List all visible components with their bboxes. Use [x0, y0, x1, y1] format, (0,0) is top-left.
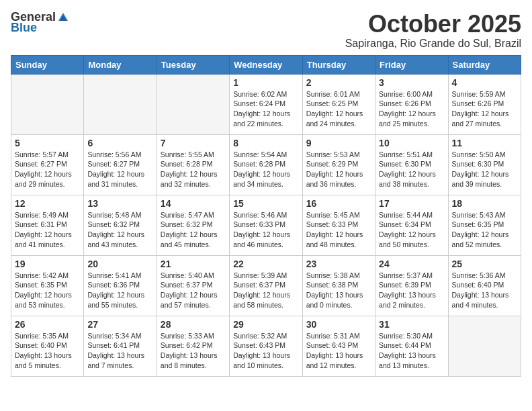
day-number: 10 [379, 138, 444, 148]
weekday-header-saturday: Saturday [448, 55, 521, 74]
day-number: 30 [306, 319, 371, 330]
weekday-header-sunday: Sunday [11, 55, 84, 74]
calendar-cell: 3Sunrise: 6:00 AMSunset: 6:26 PMDaylight… [375, 74, 448, 134]
logo-icon [57, 11, 69, 24]
day-info: Sunrise: 5:51 AMSunset: 6:30 PMDaylight:… [379, 150, 444, 189]
calendar-cell: 27Sunrise: 5:34 AMSunset: 6:41 PMDayligh… [84, 316, 157, 376]
day-info: Sunrise: 5:34 AMSunset: 6:41 PMDaylight:… [87, 331, 152, 371]
calendar-cell: 14Sunrise: 5:47 AMSunset: 6:32 PMDayligh… [157, 195, 229, 255]
day-info: Sunrise: 5:35 AMSunset: 6:40 PMDaylight:… [15, 331, 80, 371]
day-number: 31 [379, 319, 444, 330]
day-number: 15 [233, 198, 298, 209]
calendar-cell: 20Sunrise: 5:41 AMSunset: 6:36 PMDayligh… [84, 255, 157, 316]
calendar-cell: 31Sunrise: 5:30 AMSunset: 6:44 PMDayligh… [375, 316, 448, 376]
calendar-cell: 2Sunrise: 6:01 AMSunset: 6:25 PMDaylight… [302, 74, 375, 134]
day-number: 23 [306, 259, 371, 269]
day-number: 24 [379, 259, 444, 269]
day-number: 5 [15, 138, 80, 148]
day-info: Sunrise: 5:46 AMSunset: 6:33 PMDaylight:… [233, 210, 298, 250]
week-row-1: 5Sunrise: 5:57 AMSunset: 6:27 PMDaylight… [11, 134, 521, 195]
day-number: 4 [452, 77, 517, 88]
calendar-cell [448, 316, 521, 376]
day-info: Sunrise: 5:40 AMSunset: 6:37 PMDaylight:… [161, 271, 226, 310]
calendar-cell: 11Sunrise: 5:50 AMSunset: 6:30 PMDayligh… [448, 134, 521, 195]
day-number: 9 [306, 138, 371, 148]
day-number: 1 [233, 77, 298, 88]
day-info: Sunrise: 5:38 AMSunset: 6:38 PMDaylight:… [306, 271, 371, 310]
day-info: Sunrise: 5:31 AMSunset: 6:43 PMDaylight:… [306, 331, 371, 371]
day-info: Sunrise: 5:56 AMSunset: 6:27 PMDaylight:… [87, 150, 152, 189]
day-info: Sunrise: 5:33 AMSunset: 6:42 PMDaylight:… [161, 331, 226, 371]
day-number: 13 [87, 198, 152, 209]
weekday-header-monday: Monday [84, 55, 157, 74]
day-info: Sunrise: 5:55 AMSunset: 6:28 PMDaylight:… [161, 150, 226, 189]
day-info: Sunrise: 5:50 AMSunset: 6:30 PMDaylight:… [452, 150, 517, 189]
title-block: October 2025 Sapiranga, Rio Grande do Su… [345, 11, 521, 50]
location: Sapiranga, Rio Grande do Sul, Brazil [345, 38, 521, 50]
calendar-cell [157, 74, 229, 134]
calendar-cell: 22Sunrise: 5:39 AMSunset: 6:37 PMDayligh… [230, 255, 302, 316]
calendar-cell: 4Sunrise: 5:59 AMSunset: 6:26 PMDaylight… [448, 74, 521, 134]
calendar-cell [84, 74, 157, 134]
day-info: Sunrise: 6:02 AMSunset: 6:24 PMDaylight:… [233, 89, 298, 129]
calendar-cell: 9Sunrise: 5:53 AMSunset: 6:29 PMDaylight… [302, 134, 375, 195]
calendar-cell: 19Sunrise: 5:42 AMSunset: 6:35 PMDayligh… [11, 255, 84, 316]
day-number: 11 [452, 138, 517, 148]
day-number: 3 [379, 77, 444, 88]
week-row-0: 1Sunrise: 6:02 AMSunset: 6:24 PMDaylight… [11, 74, 521, 134]
day-info: Sunrise: 5:39 AMSunset: 6:37 PMDaylight:… [233, 271, 298, 310]
day-info: Sunrise: 5:47 AMSunset: 6:32 PMDaylight:… [161, 210, 226, 250]
day-info: Sunrise: 5:53 AMSunset: 6:29 PMDaylight:… [306, 150, 371, 189]
calendar-cell: 15Sunrise: 5:46 AMSunset: 6:33 PMDayligh… [230, 195, 302, 255]
calendar-cell: 12Sunrise: 5:49 AMSunset: 6:31 PMDayligh… [11, 195, 84, 255]
calendar-cell: 29Sunrise: 5:32 AMSunset: 6:43 PMDayligh… [230, 316, 302, 376]
day-number: 17 [379, 198, 444, 209]
day-number: 27 [87, 319, 152, 330]
day-number: 21 [161, 259, 226, 269]
day-info: Sunrise: 6:00 AMSunset: 6:26 PMDaylight:… [379, 89, 444, 129]
day-number: 29 [233, 319, 298, 330]
calendar-cell: 5Sunrise: 5:57 AMSunset: 6:27 PMDaylight… [11, 134, 84, 195]
calendar-cell: 17Sunrise: 5:44 AMSunset: 6:34 PMDayligh… [375, 195, 448, 255]
calendar-cell [11, 74, 84, 134]
calendar-cell: 10Sunrise: 5:51 AMSunset: 6:30 PMDayligh… [375, 134, 448, 195]
day-info: Sunrise: 5:37 AMSunset: 6:39 PMDaylight:… [379, 271, 444, 310]
calendar-cell: 6Sunrise: 5:56 AMSunset: 6:27 PMDaylight… [84, 134, 157, 195]
day-number: 28 [161, 319, 226, 330]
month-title: October 2025 [345, 11, 521, 38]
day-info: Sunrise: 5:43 AMSunset: 6:35 PMDaylight:… [452, 210, 517, 250]
day-info: Sunrise: 5:45 AMSunset: 6:33 PMDaylight:… [306, 210, 371, 250]
calendar-cell: 25Sunrise: 5:36 AMSunset: 6:40 PMDayligh… [448, 255, 521, 316]
page-header: General Blue October 2025 Sapiranga, Rio… [11, 11, 521, 50]
day-number: 6 [87, 138, 152, 148]
calendar-cell: 13Sunrise: 5:48 AMSunset: 6:32 PMDayligh… [84, 195, 157, 255]
calendar-cell: 21Sunrise: 5:40 AMSunset: 6:37 PMDayligh… [157, 255, 229, 316]
weekday-header-row: SundayMondayTuesdayWednesdayThursdayFrid… [11, 55, 521, 74]
day-number: 12 [15, 198, 80, 209]
day-info: Sunrise: 5:32 AMSunset: 6:43 PMDaylight:… [233, 331, 298, 371]
day-number: 16 [306, 198, 371, 209]
calendar-cell: 18Sunrise: 5:43 AMSunset: 6:35 PMDayligh… [448, 195, 521, 255]
weekday-header-wednesday: Wednesday [230, 55, 302, 74]
day-number: 2 [306, 77, 371, 88]
week-row-3: 19Sunrise: 5:42 AMSunset: 6:35 PMDayligh… [11, 255, 521, 316]
day-info: Sunrise: 5:30 AMSunset: 6:44 PMDaylight:… [379, 331, 444, 371]
day-info: Sunrise: 5:41 AMSunset: 6:36 PMDaylight:… [87, 271, 152, 310]
calendar-cell: 26Sunrise: 5:35 AMSunset: 6:40 PMDayligh… [11, 316, 84, 376]
logo-blue: Blue [11, 21, 37, 35]
day-info: Sunrise: 5:57 AMSunset: 6:27 PMDaylight:… [15, 150, 80, 189]
day-number: 25 [452, 259, 517, 269]
calendar-cell: 30Sunrise: 5:31 AMSunset: 6:43 PMDayligh… [302, 316, 375, 376]
calendar-cell: 8Sunrise: 5:54 AMSunset: 6:28 PMDaylight… [230, 134, 302, 195]
week-row-2: 12Sunrise: 5:49 AMSunset: 6:31 PMDayligh… [11, 195, 521, 255]
day-info: Sunrise: 5:59 AMSunset: 6:26 PMDaylight:… [452, 89, 517, 129]
day-info: Sunrise: 5:44 AMSunset: 6:34 PMDaylight:… [379, 210, 444, 250]
calendar-cell: 7Sunrise: 5:55 AMSunset: 6:28 PMDaylight… [157, 134, 229, 195]
day-info: Sunrise: 5:36 AMSunset: 6:40 PMDaylight:… [452, 271, 517, 310]
logo: General Blue [11, 11, 69, 35]
day-info: Sunrise: 5:48 AMSunset: 6:32 PMDaylight:… [87, 210, 152, 250]
calendar-cell: 16Sunrise: 5:45 AMSunset: 6:33 PMDayligh… [302, 195, 375, 255]
day-number: 22 [233, 259, 298, 269]
calendar-cell: 28Sunrise: 5:33 AMSunset: 6:42 PMDayligh… [157, 316, 229, 376]
day-info: Sunrise: 5:42 AMSunset: 6:35 PMDaylight:… [15, 271, 80, 310]
